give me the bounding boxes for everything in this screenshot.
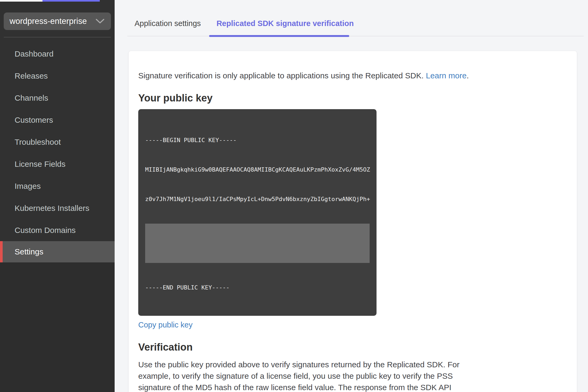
sidebar-item-label: Channels (15, 93, 48, 103)
sidebar-item-settings[interactable]: Settings (0, 241, 115, 262)
sidebar-item-label: Releases (15, 71, 48, 80)
public-key-heading: Your public key (138, 92, 566, 104)
sidebar-item-images[interactable]: Images (0, 175, 115, 197)
public-key-block: -----BEGIN PUBLIC KEY----- MIIBIjANBgkqh… (138, 109, 377, 316)
sidebar: wordpress-enterprise DashboardReleasesCh… (0, 0, 115, 392)
main-content: Application settingsReplicated SDK signa… (115, 0, 588, 392)
sidebar-item-channels[interactable]: Channels (0, 87, 115, 109)
redacted-key-overlay (145, 224, 370, 263)
tab-application-settings[interactable]: Application settings (135, 19, 201, 28)
app-root: wordpress-enterprise DashboardReleasesCh… (0, 0, 588, 392)
learn-more-link[interactable]: Learn more (426, 71, 466, 80)
sidebar-item-label: Kubernetes Installers (15, 204, 89, 213)
top-strip-dark (100, 0, 115, 2)
top-strip-white (0, 0, 42, 2)
tab-replicated-sdk-signature-verification[interactable]: Replicated SDK signature verification (217, 19, 354, 28)
chevron-down-icon (96, 19, 105, 24)
verification-description: Use the public key provided above to ver… (138, 359, 475, 392)
verification-heading: Verification (138, 342, 566, 353)
sidebar-item-label: License Fields (15, 160, 66, 169)
sidebar-item-label: Customers (15, 116, 53, 125)
app-selector-value: wordpress-enterprise (10, 16, 87, 26)
sidebar-item-label: Dashboard (15, 49, 54, 58)
sidebar-item-custom-domains[interactable]: Custom Domains (0, 219, 115, 241)
intro-text-body: Signature verification is only applicabl… (138, 71, 424, 80)
intro-text: Signature verification is only applicabl… (138, 71, 566, 80)
sidebar-item-customers[interactable]: Customers (0, 109, 115, 131)
top-strip-accent (42, 0, 100, 2)
sidebar-item-label: Settings (15, 247, 43, 256)
copy-public-key-link[interactable]: Copy public key (138, 321, 193, 329)
sidebar-item-label: Custom Domains (15, 226, 76, 235)
page-tabs: Application settingsReplicated SDK signa… (127, 13, 584, 36)
intro-period: . (466, 71, 469, 80)
top-strip (0, 0, 588, 2)
sidebar-item-releases[interactable]: Releases (0, 65, 115, 87)
app-selector-dropdown[interactable]: wordpress-enterprise (4, 12, 111, 30)
sidebar-nav: DashboardReleasesChannelsCustomersTroubl… (0, 43, 115, 262)
active-tab-underline (209, 35, 349, 37)
settings-card: Signature verification is only applicabl… (128, 51, 577, 392)
key-line: z0v7Jh7M1NgV1joeu9l1/IaCPsMpyIcL+Dnw5Pdv… (145, 194, 370, 204)
sidebar-item-label: Images (15, 182, 41, 191)
sidebar-item-label: Troubleshoot (15, 138, 61, 147)
sidebar-item-license-fields[interactable]: License Fields (0, 153, 115, 175)
sidebar-item-dashboard[interactable]: Dashboard (0, 43, 115, 65)
sidebar-item-troubleshoot[interactable]: Troubleshoot (0, 131, 115, 153)
key-begin-line: -----BEGIN PUBLIC KEY----- (145, 135, 370, 145)
sidebar-divider (4, 37, 111, 37)
key-line: MIIBIjANBgkqhkiG9w0BAQEFAAOCAQ8AMIIBCgKC… (145, 165, 370, 174)
key-end-line: -----END PUBLIC KEY----- (145, 283, 370, 292)
sidebar-item-kubernetes-installers[interactable]: Kubernetes Installers (0, 197, 115, 219)
sidebar-footer (0, 262, 115, 392)
